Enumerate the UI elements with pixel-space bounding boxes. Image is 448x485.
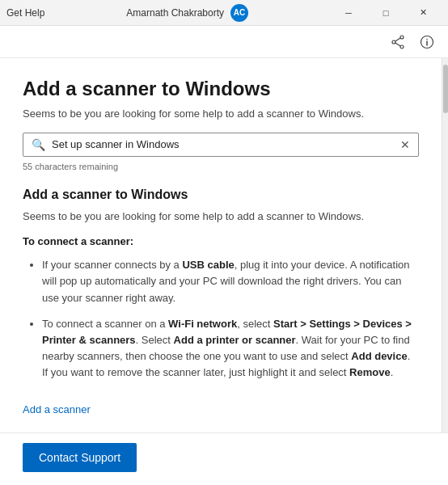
title-bar: Get Help Amarnath Chakraborty AC ─ □ ✕: [0, 0, 448, 26]
svg-point-0: [400, 36, 404, 39]
info-icon[interactable]: [416, 31, 438, 53]
bold-add-device: Add device: [351, 350, 407, 362]
search-icon: 🔍: [32, 138, 45, 151]
bullet-item-2: To connect a scanner on a Wi-Fi network,…: [42, 316, 419, 382]
article-title: Add a scanner to Windows: [23, 188, 419, 202]
avatar: AC: [230, 4, 248, 22]
close-button[interactable]: ✕: [404, 0, 442, 26]
search-input[interactable]: [52, 138, 394, 150]
share-icon[interactable]: [387, 31, 409, 53]
window-controls: ─ □ ✕: [330, 0, 442, 26]
svg-point-1: [400, 45, 404, 48]
app-name: Get Help: [6, 7, 44, 19]
main-content: Add a scanner to Windows Seems to be you…: [0, 58, 442, 432]
char-remaining: 55 characters remaining: [23, 162, 419, 171]
scrollbar[interactable]: [442, 58, 448, 432]
svg-point-2: [392, 40, 395, 44]
user-info: Amarnath Chakraborty AC: [126, 4, 248, 22]
bold-wifi: Wi-Fi network: [168, 318, 237, 330]
bold-usb: USB cable: [182, 259, 234, 271]
page-title: Add a scanner to Windows: [23, 78, 419, 101]
search-box: 🔍 ✕: [23, 133, 419, 157]
search-clear-icon[interactable]: ✕: [400, 138, 410, 151]
user-name: Amarnath Chakraborty: [126, 7, 224, 19]
scrollbar-thumb[interactable]: [443, 65, 448, 113]
add-scanner-link[interactable]: Add a scanner: [23, 403, 419, 415]
svg-line-4: [395, 43, 400, 46]
svg-point-7: [426, 38, 428, 40]
bold-remove: Remove: [349, 366, 391, 378]
bullet-item-1: If your scanner connects by a USB cable,…: [42, 257, 419, 306]
footer: Contact Support: [0, 432, 448, 485]
maximize-button[interactable]: □: [367, 0, 404, 26]
svg-line-3: [395, 38, 400, 41]
bullet-list: If your scanner connects by a USB cable,…: [23, 257, 419, 390]
article-intro: Seems to be you are looking for some hel…: [23, 209, 419, 225]
page-subtitle: Seems to be you are looking for some hel…: [23, 108, 419, 120]
contact-support-button[interactable]: Contact Support: [23, 443, 137, 472]
toolbar: [0, 26, 448, 58]
minimize-button[interactable]: ─: [330, 0, 367, 26]
content-wrapper: Add a scanner to Windows Seems to be you…: [0, 58, 448, 432]
bold-add-printer: Add a printer or scanner: [174, 334, 296, 346]
connect-label: To connect a scanner:: [23, 235, 419, 247]
